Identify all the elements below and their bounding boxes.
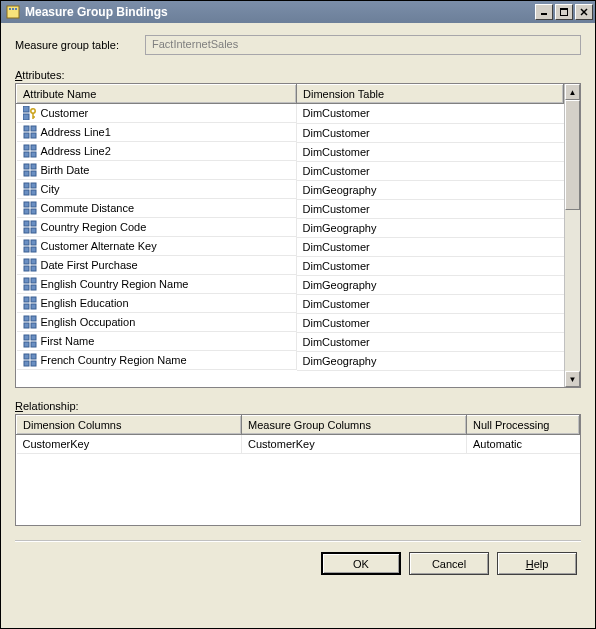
scroll-track[interactable] (565, 210, 580, 371)
key-attribute-icon (23, 106, 37, 120)
attribute-name-cell[interactable]: Address Line2 (17, 142, 297, 161)
attribute-name-cell[interactable]: Customer Alternate Key (17, 237, 297, 256)
attribute-name-cell[interactable]: First Name (17, 332, 297, 351)
svg-rect-64 (24, 361, 29, 366)
svg-rect-58 (24, 335, 29, 340)
svg-rect-57 (31, 323, 36, 328)
svg-rect-60 (24, 342, 29, 347)
dimension-table-cell[interactable]: DimCustomer (297, 142, 564, 161)
table-row[interactable]: Address Line2DimCustomer (17, 142, 564, 161)
attribute-name-text: First Name (41, 335, 95, 347)
attribute-icon (23, 315, 37, 329)
attribute-icon (23, 125, 37, 139)
svg-rect-20 (24, 152, 29, 157)
attribute-icon (23, 258, 37, 272)
dimension-table-cell[interactable]: DimCustomer (297, 313, 564, 332)
measure-group-column-cell[interactable]: CustomerKey (242, 435, 467, 454)
svg-rect-65 (31, 361, 36, 366)
table-row[interactable]: Customer Alternate KeyDimCustomer (17, 237, 564, 256)
dimension-table-cell[interactable]: DimGeography (297, 180, 564, 199)
attributes-scrollbar[interactable]: ▲ ▼ (564, 84, 580, 387)
svg-rect-51 (31, 297, 36, 302)
svg-rect-52 (24, 304, 29, 309)
svg-rect-35 (31, 221, 36, 226)
separator (15, 540, 581, 542)
svg-rect-61 (31, 342, 36, 347)
table-row[interactable]: Address Line1DimCustomer (17, 123, 564, 142)
table-row[interactable]: English OccupationDimCustomer (17, 313, 564, 332)
attribute-name-cell[interactable]: English Country Region Name (17, 275, 297, 294)
ok-button[interactable]: OK (321, 552, 401, 575)
svg-rect-3 (15, 8, 17, 10)
title-bar: Measure Group Bindings (1, 1, 595, 23)
attribute-name-cell[interactable]: City (17, 180, 297, 199)
table-row[interactable]: Birth DateDimCustomer (17, 161, 564, 180)
svg-rect-42 (24, 259, 29, 264)
attribute-name-cell[interactable]: Commute Distance (17, 199, 297, 218)
table-row[interactable]: CustomerDimCustomer (17, 104, 564, 124)
attribute-name-cell[interactable]: Date First Purchase (17, 256, 297, 275)
col-attribute-name[interactable]: Attribute Name (17, 85, 297, 104)
dimension-table-cell[interactable]: DimGeography (297, 218, 564, 237)
app-icon (5, 4, 21, 20)
table-row[interactable]: Commute DistanceDimCustomer (17, 199, 564, 218)
dimension-table-cell[interactable]: DimGeography (297, 275, 564, 294)
window-title: Measure Group Bindings (25, 5, 535, 19)
col-dimension-table[interactable]: Dimension Table (297, 85, 564, 104)
table-row[interactable]: First NameDimCustomer (17, 332, 564, 351)
svg-rect-0 (7, 6, 19, 18)
scroll-up-button[interactable]: ▲ (565, 84, 580, 100)
svg-rect-2 (12, 8, 14, 10)
dimension-table-cell[interactable]: DimCustomer (297, 123, 564, 142)
svg-rect-29 (31, 190, 36, 195)
attribute-icon (23, 277, 37, 291)
svg-rect-23 (31, 164, 36, 169)
attribute-name-cell[interactable]: Country Region Code (17, 218, 297, 237)
dimension-table-cell[interactable]: DimCustomer (297, 332, 564, 351)
attribute-name-cell[interactable]: Customer (17, 104, 297, 123)
svg-point-11 (30, 109, 34, 113)
attributes-table[interactable]: Attribute Name Dimension Table CustomerD… (16, 84, 564, 371)
table-row[interactable]: English EducationDimCustomer (17, 294, 564, 313)
col-null-processing[interactable]: Null Processing (467, 416, 580, 435)
dimension-table-cell[interactable]: DimCustomer (297, 237, 564, 256)
close-button[interactable] (575, 4, 593, 20)
attribute-name-cell[interactable]: English Occupation (17, 313, 297, 332)
table-row[interactable]: French Country Region NameDimGeography (17, 351, 564, 370)
attribute-name-cell[interactable]: Address Line1 (17, 123, 297, 142)
cancel-button[interactable]: Cancel (409, 552, 489, 575)
dimension-table-cell[interactable]: DimCustomer (297, 104, 564, 124)
dimension-table-cell[interactable]: DimCustomer (297, 199, 564, 218)
dimension-table-cell[interactable]: DimCustomer (297, 294, 564, 313)
svg-rect-54 (24, 316, 29, 321)
scroll-thumb[interactable] (565, 100, 580, 210)
minimize-button[interactable] (535, 4, 553, 20)
relationship-label: Relationship: (15, 400, 581, 412)
svg-rect-9 (23, 106, 29, 112)
dimension-column-cell[interactable]: CustomerKey (17, 435, 242, 454)
table-row[interactable]: CustomerKeyCustomerKeyAutomatic (17, 435, 580, 454)
table-row[interactable]: Country Region CodeDimGeography (17, 218, 564, 237)
svg-rect-45 (31, 266, 36, 271)
table-row[interactable]: Date First PurchaseDimCustomer (17, 256, 564, 275)
table-row[interactable]: CityDimGeography (17, 180, 564, 199)
null-processing-cell[interactable]: Automatic (467, 435, 580, 454)
dimension-table-cell[interactable]: DimCustomer (297, 161, 564, 180)
dimension-table-cell[interactable]: DimCustomer (297, 256, 564, 275)
maximize-button[interactable] (555, 4, 573, 20)
svg-rect-32 (24, 209, 29, 214)
attribute-icon (23, 144, 37, 158)
scroll-down-button[interactable]: ▼ (565, 371, 580, 387)
dimension-table-cell[interactable]: DimGeography (297, 351, 564, 370)
col-dimension-columns[interactable]: Dimension Columns (17, 416, 242, 435)
svg-rect-1 (9, 8, 11, 10)
help-button[interactable]: Help (497, 552, 577, 575)
relationship-table[interactable]: Dimension Columns Measure Group Columns … (16, 415, 580, 454)
attribute-name-cell[interactable]: French Country Region Name (17, 351, 297, 370)
col-measure-group-columns[interactable]: Measure Group Columns (242, 416, 467, 435)
table-row[interactable]: English Country Region NameDimGeography (17, 275, 564, 294)
attribute-icon (23, 182, 37, 196)
attributes-label: Attributes: (15, 69, 581, 81)
attribute-name-cell[interactable]: Birth Date (17, 161, 297, 180)
attribute-name-cell[interactable]: English Education (17, 294, 297, 313)
